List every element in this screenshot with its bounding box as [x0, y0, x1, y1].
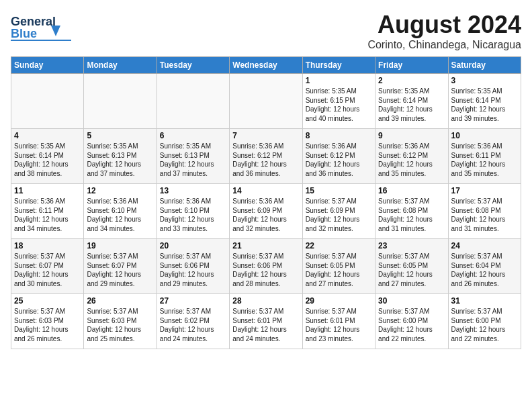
header-row: SundayMondayTuesdayWednesdayThursdayFrid… — [11, 57, 521, 74]
day-info: Sunrise: 5:35 AM Sunset: 6:13 PM Dayligh… — [160, 142, 226, 178]
day-info: Sunrise: 5:37 AM Sunset: 6:08 PM Dayligh… — [378, 197, 445, 233]
day-number: 27 — [160, 296, 226, 306]
calendar-cell — [157, 74, 229, 129]
day-info: Sunrise: 5:36 AM Sunset: 6:11 PM Dayligh… — [14, 197, 81, 233]
day-info: Sunrise: 5:36 AM Sunset: 6:10 PM Dayligh… — [160, 197, 226, 233]
calendar-cell: 3Sunrise: 5:35 AM Sunset: 6:14 PM Daylig… — [448, 74, 521, 129]
calendar-cell: 30Sunrise: 5:37 AM Sunset: 6:00 PM Dayli… — [375, 294, 448, 349]
calendar-cell: 4Sunrise: 5:35 AM Sunset: 6:14 PM Daylig… — [11, 129, 84, 184]
header-day-wednesday: Wednesday — [230, 57, 302, 74]
calendar-header: SundayMondayTuesdayWednesdayThursdayFrid… — [11, 57, 521, 74]
day-number: 25 — [14, 296, 81, 306]
calendar-cell: 17Sunrise: 5:37 AM Sunset: 6:08 PM Dayli… — [448, 184, 521, 239]
week-row-1: 1Sunrise: 5:35 AM Sunset: 6:15 PM Daylig… — [11, 74, 521, 129]
day-number: 20 — [160, 241, 226, 250]
calendar-cell: 19Sunrise: 5:37 AM Sunset: 6:07 PM Dayli… — [84, 239, 157, 294]
calendar-cell: 7Sunrise: 5:36 AM Sunset: 6:12 PM Daylig… — [230, 129, 302, 184]
header-day-monday: Monday — [84, 57, 157, 74]
day-info: Sunrise: 5:37 AM Sunset: 6:04 PM Dayligh… — [451, 252, 518, 288]
day-number: 21 — [232, 241, 299, 250]
day-info: Sunrise: 5:37 AM Sunset: 6:00 PM Dayligh… — [451, 307, 518, 343]
header-day-thursday: Thursday — [302, 57, 375, 74]
day-number: 22 — [306, 241, 372, 250]
day-number: 14 — [232, 186, 299, 195]
day-number: 1 — [306, 76, 372, 85]
calendar-cell: 16Sunrise: 5:37 AM Sunset: 6:08 PM Dayli… — [375, 184, 448, 239]
day-number: 8 — [306, 131, 372, 140]
day-number: 19 — [87, 241, 153, 250]
calendar-cell: 28Sunrise: 5:37 AM Sunset: 6:01 PM Dayli… — [230, 294, 302, 349]
day-info: Sunrise: 5:36 AM Sunset: 6:11 PM Dayligh… — [451, 142, 518, 178]
calendar-cell: 26Sunrise: 5:37 AM Sunset: 6:03 PM Dayli… — [84, 294, 157, 349]
calendar-cell: 27Sunrise: 5:37 AM Sunset: 6:02 PM Dayli… — [157, 294, 229, 349]
day-info: Sunrise: 5:35 AM Sunset: 6:14 PM Dayligh… — [14, 142, 81, 178]
logo-svg: General Blue — [11, 11, 71, 43]
day-info: Sunrise: 5:37 AM Sunset: 6:03 PM Dayligh… — [14, 307, 81, 343]
day-number: 16 — [378, 186, 445, 195]
calendar-cell: 29Sunrise: 5:37 AM Sunset: 6:01 PM Dayli… — [302, 294, 375, 349]
calendar-cell: 8Sunrise: 5:36 AM Sunset: 6:12 PM Daylig… — [302, 129, 375, 184]
day-number: 30 — [378, 296, 445, 306]
day-info: Sunrise: 5:37 AM Sunset: 6:09 PM Dayligh… — [306, 197, 372, 233]
calendar-cell: 2Sunrise: 5:35 AM Sunset: 6:14 PM Daylig… — [375, 74, 448, 129]
day-number: 10 — [451, 131, 518, 140]
calendar-cell — [230, 74, 302, 129]
day-number: 28 — [232, 296, 299, 306]
day-number: 3 — [451, 76, 518, 85]
day-number: 24 — [451, 241, 518, 250]
calendar-cell: 23Sunrise: 5:37 AM Sunset: 6:05 PM Dayli… — [375, 239, 448, 294]
calendar-cell: 24Sunrise: 5:37 AM Sunset: 6:04 PM Dayli… — [448, 239, 521, 294]
header-day-saturday: Saturday — [448, 57, 521, 74]
calendar-cell: 9Sunrise: 5:36 AM Sunset: 6:12 PM Daylig… — [375, 129, 448, 184]
calendar-cell: 12Sunrise: 5:36 AM Sunset: 6:10 PM Dayli… — [84, 184, 157, 239]
calendar-cell: 10Sunrise: 5:36 AM Sunset: 6:11 PM Dayli… — [448, 129, 521, 184]
day-info: Sunrise: 5:35 AM Sunset: 6:13 PM Dayligh… — [87, 142, 153, 178]
day-info: Sunrise: 5:37 AM Sunset: 6:06 PM Dayligh… — [232, 252, 299, 288]
week-row-4: 18Sunrise: 5:37 AM Sunset: 6:07 PM Dayli… — [11, 239, 521, 294]
day-number: 6 — [160, 131, 226, 140]
calendar-cell: 13Sunrise: 5:36 AM Sunset: 6:10 PM Dayli… — [157, 184, 229, 239]
day-number: 11 — [14, 186, 81, 195]
day-info: Sunrise: 5:36 AM Sunset: 6:12 PM Dayligh… — [378, 142, 445, 178]
calendar-body: 1Sunrise: 5:35 AM Sunset: 6:15 PM Daylig… — [11, 74, 521, 349]
day-info: Sunrise: 5:37 AM Sunset: 6:05 PM Dayligh… — [378, 252, 445, 288]
calendar-cell: 25Sunrise: 5:37 AM Sunset: 6:03 PM Dayli… — [11, 294, 84, 349]
calendar-cell: 31Sunrise: 5:37 AM Sunset: 6:00 PM Dayli… — [448, 294, 521, 349]
calendar-cell: 14Sunrise: 5:36 AM Sunset: 6:09 PM Dayli… — [230, 184, 302, 239]
header-day-friday: Friday — [375, 57, 448, 74]
day-number: 15 — [306, 186, 372, 195]
day-number: 26 — [87, 296, 153, 306]
day-info: Sunrise: 5:36 AM Sunset: 6:12 PM Dayligh… — [232, 142, 299, 178]
calendar-cell: 21Sunrise: 5:37 AM Sunset: 6:06 PM Dayli… — [230, 239, 302, 294]
day-info: Sunrise: 5:37 AM Sunset: 6:02 PM Dayligh… — [160, 307, 226, 343]
day-info: Sunrise: 5:37 AM Sunset: 6:00 PM Dayligh… — [378, 307, 445, 343]
calendar-cell — [84, 74, 157, 129]
day-info: Sunrise: 5:37 AM Sunset: 6:06 PM Dayligh… — [160, 252, 226, 288]
svg-marker-2 — [51, 26, 60, 36]
day-info: Sunrise: 5:37 AM Sunset: 6:07 PM Dayligh… — [87, 252, 153, 288]
calendar-cell: 20Sunrise: 5:37 AM Sunset: 6:06 PM Dayli… — [157, 239, 229, 294]
page-header: General Blue August 2024 Corinto, Chinan… — [11, 11, 521, 51]
day-info: Sunrise: 5:35 AM Sunset: 6:14 PM Dayligh… — [378, 87, 445, 123]
header-day-tuesday: Tuesday — [157, 57, 229, 74]
logo: General Blue — [11, 11, 71, 43]
day-number: 7 — [232, 131, 299, 140]
calendar-cell — [11, 74, 84, 129]
week-row-2: 4Sunrise: 5:35 AM Sunset: 6:14 PM Daylig… — [11, 129, 521, 184]
calendar-table: SundayMondayTuesdayWednesdayThursdayFrid… — [11, 56, 521, 349]
day-info: Sunrise: 5:35 AM Sunset: 6:15 PM Dayligh… — [306, 87, 372, 123]
calendar-cell: 1Sunrise: 5:35 AM Sunset: 6:15 PM Daylig… — [302, 74, 375, 129]
calendar-cell: 15Sunrise: 5:37 AM Sunset: 6:09 PM Dayli… — [302, 184, 375, 239]
day-info: Sunrise: 5:37 AM Sunset: 6:03 PM Dayligh… — [87, 307, 153, 343]
day-info: Sunrise: 5:37 AM Sunset: 6:05 PM Dayligh… — [306, 252, 372, 288]
day-info: Sunrise: 5:37 AM Sunset: 6:07 PM Dayligh… — [14, 252, 81, 288]
calendar-cell: 6Sunrise: 5:35 AM Sunset: 6:13 PM Daylig… — [157, 129, 229, 184]
day-info: Sunrise: 5:37 AM Sunset: 6:01 PM Dayligh… — [306, 307, 372, 343]
day-number: 29 — [306, 296, 372, 306]
main-title: August 2024 — [367, 11, 521, 39]
day-info: Sunrise: 5:36 AM Sunset: 6:10 PM Dayligh… — [87, 197, 153, 233]
day-number: 12 — [87, 186, 153, 195]
calendar-cell: 18Sunrise: 5:37 AM Sunset: 6:07 PM Dayli… — [11, 239, 84, 294]
header-day-sunday: Sunday — [11, 57, 84, 74]
day-number: 13 — [160, 186, 226, 195]
